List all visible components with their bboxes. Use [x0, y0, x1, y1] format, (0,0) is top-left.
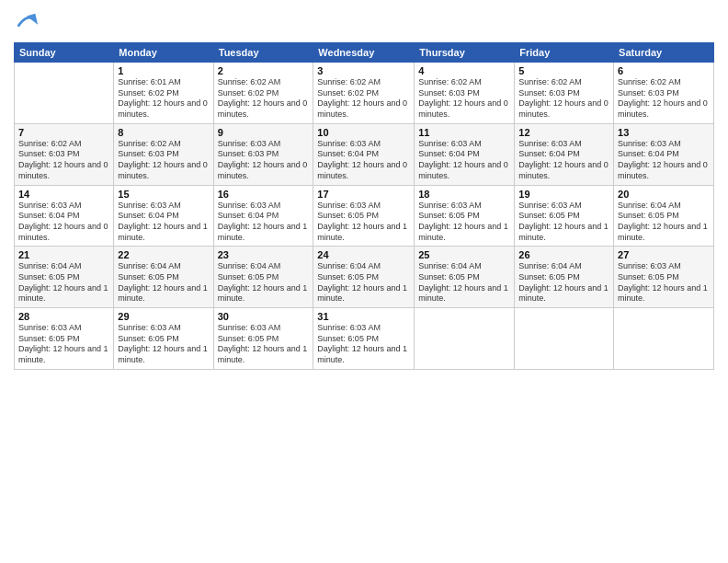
- day-number: 8: [118, 127, 209, 138]
- day-info: Sunrise: 6:03 AMSunset: 6:04 PMDaylight:…: [518, 139, 609, 182]
- calendar-cell: 19Sunrise: 6:03 AMSunset: 6:05 PMDayligh…: [515, 185, 614, 247]
- page: SundayMondayTuesdayWednesdayThursdayFrid…: [0, 0, 728, 563]
- day-info: Sunrise: 6:02 AMSunset: 6:02 PMDaylight:…: [317, 77, 410, 121]
- day-info: Sunrise: 6:03 AMSunset: 6:05 PMDaylight:…: [418, 201, 510, 244]
- day-info: Sunrise: 6:03 AMSunset: 6:04 PMDaylight:…: [18, 201, 109, 244]
- day-info: Sunrise: 6:04 AMSunset: 6:05 PMDaylight:…: [218, 261, 310, 304]
- week-row-4: 21Sunrise: 6:04 AMSunset: 6:05 PMDayligh…: [15, 247, 714, 308]
- day-number: 14: [18, 189, 109, 200]
- calendar-body: 1Sunrise: 6:01 AMSunset: 6:02 PMDaylight…: [15, 63, 714, 370]
- day-info: Sunrise: 6:03 AMSunset: 6:05 PMDaylight:…: [18, 323, 109, 366]
- week-row-3: 14Sunrise: 6:03 AMSunset: 6:04 PMDayligh…: [15, 185, 714, 247]
- day-number: 28: [18, 311, 109, 322]
- calendar-cell: 18Sunrise: 6:03 AMSunset: 6:05 PMDayligh…: [415, 185, 515, 247]
- calendar-cell: 16Sunrise: 6:03 AMSunset: 6:04 PMDayligh…: [213, 185, 313, 247]
- calendar-cell: 11Sunrise: 6:03 AMSunset: 6:04 PMDayligh…: [415, 123, 515, 185]
- calendar-cell: 20Sunrise: 6:04 AMSunset: 6:05 PMDayligh…: [614, 185, 714, 247]
- calendar-cell: 15Sunrise: 6:03 AMSunset: 6:04 PMDayligh…: [114, 185, 213, 247]
- calendar-cell: 1Sunrise: 6:01 AMSunset: 6:02 PMDaylight…: [114, 63, 213, 124]
- day-number: 21: [18, 249, 109, 260]
- calendar-cell: 7Sunrise: 6:02 AMSunset: 6:03 PMDaylight…: [15, 123, 114, 185]
- calendar-cell: 21Sunrise: 6:04 AMSunset: 6:05 PMDayligh…: [15, 247, 114, 308]
- day-number: 10: [317, 127, 410, 138]
- day-header-monday: Monday: [114, 43, 213, 63]
- calendar-cell: 12Sunrise: 6:03 AMSunset: 6:04 PMDayligh…: [515, 123, 614, 185]
- day-info: Sunrise: 6:03 AMSunset: 6:04 PMDaylight:…: [118, 201, 209, 244]
- day-number: 15: [118, 189, 209, 200]
- day-info: Sunrise: 6:03 AMSunset: 6:04 PMDaylight:…: [218, 201, 310, 244]
- day-info: Sunrise: 6:02 AMSunset: 6:02 PMDaylight:…: [218, 77, 310, 121]
- calendar-table: SundayMondayTuesdayWednesdayThursdayFrid…: [14, 42, 714, 370]
- calendar-cell: 5Sunrise: 6:02 AMSunset: 6:03 PMDaylight…: [515, 63, 614, 124]
- calendar-cell: 27Sunrise: 6:03 AMSunset: 6:05 PMDayligh…: [614, 247, 714, 308]
- day-info: Sunrise: 6:03 AMSunset: 6:05 PMDaylight:…: [518, 201, 609, 244]
- day-header-thursday: Thursday: [415, 43, 515, 63]
- day-number: 13: [618, 127, 710, 138]
- logo-icon: [14, 9, 40, 35]
- day-number: 29: [118, 311, 209, 322]
- day-number: 19: [518, 189, 609, 200]
- header: [14, 9, 714, 35]
- week-row-5: 28Sunrise: 6:03 AMSunset: 6:05 PMDayligh…: [15, 308, 714, 370]
- day-number: 1: [118, 65, 209, 76]
- calendar-cell: [614, 308, 714, 370]
- day-number: 23: [218, 249, 310, 260]
- day-header-tuesday: Tuesday: [213, 43, 313, 63]
- calendar-cell: [515, 308, 614, 370]
- day-info: Sunrise: 6:04 AMSunset: 6:05 PMDaylight:…: [118, 261, 209, 304]
- day-number: 6: [618, 65, 710, 76]
- day-number: 12: [518, 127, 609, 138]
- day-header-wednesday: Wednesday: [313, 43, 415, 63]
- day-number: 26: [518, 249, 609, 260]
- calendar-cell: 8Sunrise: 6:02 AMSunset: 6:03 PMDaylight…: [114, 123, 213, 185]
- day-number: 31: [317, 311, 410, 322]
- calendar-cell: 14Sunrise: 6:03 AMSunset: 6:04 PMDayligh…: [15, 185, 114, 247]
- day-number: 11: [418, 127, 510, 138]
- day-number: 24: [317, 249, 410, 260]
- day-number: 4: [418, 65, 510, 76]
- day-info: Sunrise: 6:03 AMSunset: 6:05 PMDaylight:…: [317, 201, 410, 244]
- day-info: Sunrise: 6:03 AMSunset: 6:03 PMDaylight:…: [218, 139, 310, 182]
- day-number: 3: [317, 65, 410, 76]
- calendar-cell: 2Sunrise: 6:02 AMSunset: 6:02 PMDaylight…: [213, 63, 313, 124]
- day-number: 7: [18, 127, 109, 138]
- calendar-header: SundayMondayTuesdayWednesdayThursdayFrid…: [15, 43, 714, 63]
- calendar-cell: 3Sunrise: 6:02 AMSunset: 6:02 PMDaylight…: [313, 63, 415, 124]
- calendar-cell: 30Sunrise: 6:03 AMSunset: 6:05 PMDayligh…: [213, 308, 313, 370]
- calendar-cell: 24Sunrise: 6:04 AMSunset: 6:05 PMDayligh…: [313, 247, 415, 308]
- day-number: 17: [317, 189, 410, 200]
- calendar-cell: [415, 308, 515, 370]
- day-info: Sunrise: 6:04 AMSunset: 6:05 PMDaylight:…: [18, 261, 109, 304]
- week-row-1: 1Sunrise: 6:01 AMSunset: 6:02 PMDaylight…: [15, 63, 714, 124]
- day-number: 30: [218, 311, 310, 322]
- day-info: Sunrise: 6:02 AMSunset: 6:03 PMDaylight:…: [618, 77, 710, 121]
- day-info: Sunrise: 6:03 AMSunset: 6:05 PMDaylight:…: [218, 323, 310, 366]
- day-header-sunday: Sunday: [15, 43, 114, 63]
- calendar-cell: 17Sunrise: 6:03 AMSunset: 6:05 PMDayligh…: [313, 185, 415, 247]
- day-info: Sunrise: 6:04 AMSunset: 6:05 PMDaylight:…: [618, 201, 710, 244]
- day-info: Sunrise: 6:03 AMSunset: 6:04 PMDaylight:…: [317, 139, 410, 182]
- calendar-cell: 31Sunrise: 6:03 AMSunset: 6:05 PMDayligh…: [313, 308, 415, 370]
- calendar-cell: 23Sunrise: 6:04 AMSunset: 6:05 PMDayligh…: [213, 247, 313, 308]
- day-info: Sunrise: 6:01 AMSunset: 6:02 PMDaylight:…: [118, 77, 209, 121]
- logo: [14, 9, 43, 35]
- calendar-cell: 25Sunrise: 6:04 AMSunset: 6:05 PMDayligh…: [415, 247, 515, 308]
- day-number: 27: [618, 249, 710, 260]
- calendar-cell: 29Sunrise: 6:03 AMSunset: 6:05 PMDayligh…: [114, 308, 213, 370]
- day-number: 20: [618, 189, 710, 200]
- day-info: Sunrise: 6:03 AMSunset: 6:04 PMDaylight:…: [618, 139, 710, 182]
- calendar-cell: 10Sunrise: 6:03 AMSunset: 6:04 PMDayligh…: [313, 123, 415, 185]
- day-number: 2: [218, 65, 310, 76]
- day-info: Sunrise: 6:03 AMSunset: 6:04 PMDaylight:…: [418, 139, 510, 182]
- header-row: SundayMondayTuesdayWednesdayThursdayFrid…: [15, 43, 714, 63]
- week-row-2: 7Sunrise: 6:02 AMSunset: 6:03 PMDaylight…: [15, 123, 714, 185]
- calendar-cell: 26Sunrise: 6:04 AMSunset: 6:05 PMDayligh…: [515, 247, 614, 308]
- calendar-cell: 4Sunrise: 6:02 AMSunset: 6:03 PMDaylight…: [415, 63, 515, 124]
- day-header-friday: Friday: [515, 43, 614, 63]
- calendar-cell: 13Sunrise: 6:03 AMSunset: 6:04 PMDayligh…: [614, 123, 714, 185]
- day-number: 5: [518, 65, 609, 76]
- day-info: Sunrise: 6:02 AMSunset: 6:03 PMDaylight:…: [18, 139, 109, 182]
- day-number: 9: [218, 127, 310, 138]
- day-info: Sunrise: 6:03 AMSunset: 6:05 PMDaylight:…: [618, 261, 710, 304]
- calendar-cell: 6Sunrise: 6:02 AMSunset: 6:03 PMDaylight…: [614, 63, 714, 124]
